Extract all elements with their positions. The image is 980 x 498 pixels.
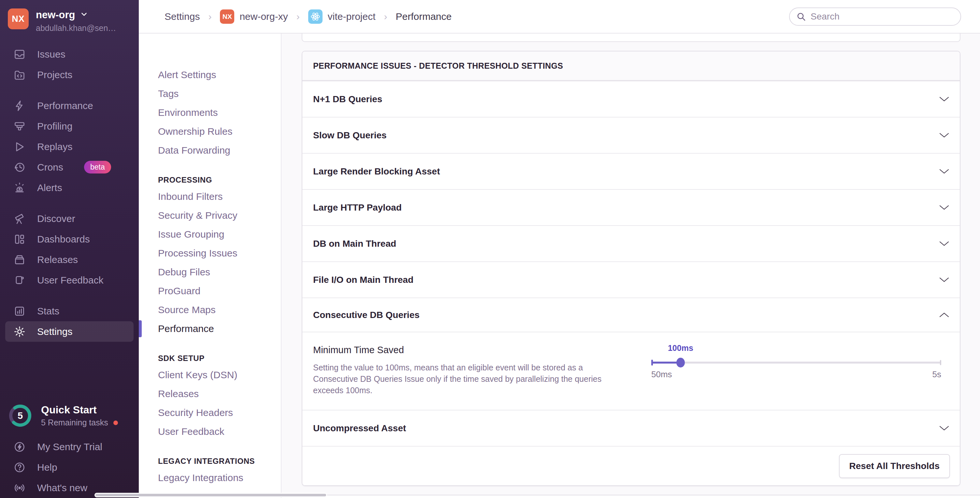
chevron-down-icon[interactable] [939,426,949,431]
sidebar-item-crons[interactable]: Crons beta [0,157,139,178]
footer-item-label: Help [37,462,57,473]
chevron-down-icon[interactable] [939,205,949,210]
breadcrumb-org[interactable]: NX new-org-xy [220,10,288,24]
sidebar-item-settings[interactable]: Settings [5,321,134,342]
previous-panel-stub [302,33,961,42]
slider-min-label: 50ms [651,370,672,379]
subnav-item-user-feedback[interactable]: User Feedback [139,422,281,441]
detector-row-render-blocking[interactable]: Large Render Blocking Asset [302,153,960,189]
subnav-item-security-headers[interactable]: Security Headers [139,403,281,422]
search-input[interactable] [811,11,954,22]
search-icon [796,12,806,22]
subnav-item-ownership-rules[interactable]: Ownership Rules [139,122,281,141]
detector-row-consecutive-db[interactable]: Consecutive DB Queries [302,298,960,331]
sidebar-item-label: Replays [37,141,72,152]
subnav-item-security-privacy[interactable]: Security & Privacy [139,206,281,225]
sidebar-item-performance[interactable]: Performance [0,95,139,116]
sidebar-item-alerts[interactable]: Alerts [0,178,139,198]
sidebar-item-label: User Feedback [37,275,103,286]
sidebar-item-issues[interactable]: Issues [0,44,139,65]
subnav-item-performance[interactable]: Performance [139,319,281,338]
detector-row-file-io[interactable]: File I/O on Main Thread [302,262,960,298]
chevron-down-icon[interactable] [939,241,949,246]
threshold-slider: 100ms 50ms 5s [651,343,941,396]
reset-all-thresholds-button[interactable]: Reset All Thresholds [839,454,950,478]
subnav-item-inbound-filters[interactable]: Inbound Filters [139,187,281,206]
footer-item-label: My Sentry Trial [37,441,102,452]
top-header: Settings › NX new-org-xy › vite-project … [139,0,980,33]
chevron-down-icon[interactable] [939,169,949,174]
sidebar-item-label: Crons [37,162,63,173]
sidebar-item-releases[interactable]: Releases [0,249,139,270]
slider-value-label: 100ms [668,343,693,353]
sidebar-item-label: Projects [37,69,72,80]
slider-track[interactable] [651,362,941,363]
detector-row-db-main-thread[interactable]: DB on Main Thread [302,225,960,262]
detector-row-slow-db[interactable]: Slow DB Queries [302,117,960,153]
chevron-up-icon[interactable] [939,312,949,318]
breadcrumb-separator: › [208,11,212,22]
detector-row-http-payload[interactable]: Large HTTP Payload [302,189,960,225]
breadcrumb-project[interactable]: vite-project [308,10,375,24]
subnav-item-processing-issues[interactable]: Processing Issues [139,244,281,263]
main-area: Settings › NX new-org-xy › vite-project … [139,0,980,498]
panel-footer: Reset All Thresholds [302,446,960,485]
sidebar-item-label: Profiling [37,121,72,132]
sidebar-item-trial[interactable]: My Sentry Trial [0,436,139,457]
subnav-item-issue-grouping[interactable]: Issue Grouping [139,225,281,244]
breadcrumb-settings[interactable]: Settings [164,11,200,22]
sidebar-item-help[interactable]: Help [0,457,139,477]
breadcrumb-separator: › [384,11,387,22]
subnav-item-tags[interactable]: Tags [139,84,281,103]
quick-start[interactable]: 5 Quick Start 5 Remaining tasks [0,403,139,436]
subnav-section-sdk-setup: SDK SETUP [139,351,281,366]
sidebar-item-profiling[interactable]: Profiling [0,116,139,136]
subnav-item-legacy-integrations[interactable]: Legacy Integrations [139,468,281,487]
chevron-down-icon[interactable] [939,277,949,282]
gear-icon [13,325,26,338]
subnav-section-legacy: LEGACY INTEGRATIONS [139,454,281,468]
sidebar-item-projects[interactable]: Projects [0,65,139,85]
detector-row-uncompressed-asset[interactable]: Uncompressed Asset [302,410,960,446]
subnav-item-debug-files[interactable]: Debug Files [139,263,281,282]
sidebar-item-label: Discover [37,213,75,224]
subnav-item-source-maps[interactable]: Source Maps [139,300,281,319]
subnav-item-client-keys[interactable]: Client Keys (DSN) [139,366,281,384]
sidebar-item-stats[interactable]: Stats [0,301,139,321]
setting-title: Minimum Time Saved [313,345,613,355]
subnav-item-alert-settings[interactable]: Alert Settings [139,65,281,84]
sidebar-item-discover[interactable]: Discover [0,208,139,229]
breadcrumb-current: Performance [396,11,452,22]
horizontal-scrollbar[interactable] [94,493,327,497]
slider-handle[interactable] [676,358,685,368]
sidebar-item-user-feedback[interactable]: User Feedback [0,270,139,290]
subnav-item-data-forwarding[interactable]: Data Forwarding [139,141,281,160]
org-avatar[interactable]: NX [8,8,29,29]
telescope-icon [13,212,26,225]
sidebar-item-label: Releases [37,254,78,265]
org-name[interactable]: new-org [36,9,75,21]
play-icon [13,140,26,153]
subnav-item-proguard[interactable]: ProGuard [139,282,281,300]
lightning-icon [13,99,26,112]
org-switcher[interactable]: NX new-org abdullah.khan@sen… [0,0,139,33]
detector-row-n-plus-one[interactable]: N+1 DB Queries [302,81,960,117]
sidebar-item-dashboards[interactable]: Dashboards [0,229,139,249]
search-box[interactable] [789,8,961,26]
settings-content: PERFORMANCE ISSUES - DETECTOR THRESHOLD … [282,33,980,498]
sentry-settings-app: NX new-org abdullah.khan@sen… Issues Pro… [0,0,980,498]
primary-nav: Issues Projects Performance Profiling Re… [0,44,139,342]
chevron-down-icon [80,10,88,20]
footer-item-label: What's new [37,482,88,493]
slider-start-tick [651,360,653,366]
sidebar-item-replays[interactable]: Replays [0,136,139,157]
beta-badge: beta [84,161,111,173]
subnav-section-processing: PROCESSING [139,173,281,187]
subnav-item-environments[interactable]: Environments [139,103,281,122]
chevron-down-icon[interactable] [939,133,949,138]
primary-sidebar: NX new-org abdullah.khan@sen… Issues Pro… [0,0,139,498]
feedback-icon [13,274,26,287]
chevron-down-icon[interactable] [939,97,949,102]
projects-icon [13,68,26,81]
subnav-item-releases[interactable]: Releases [139,384,281,403]
